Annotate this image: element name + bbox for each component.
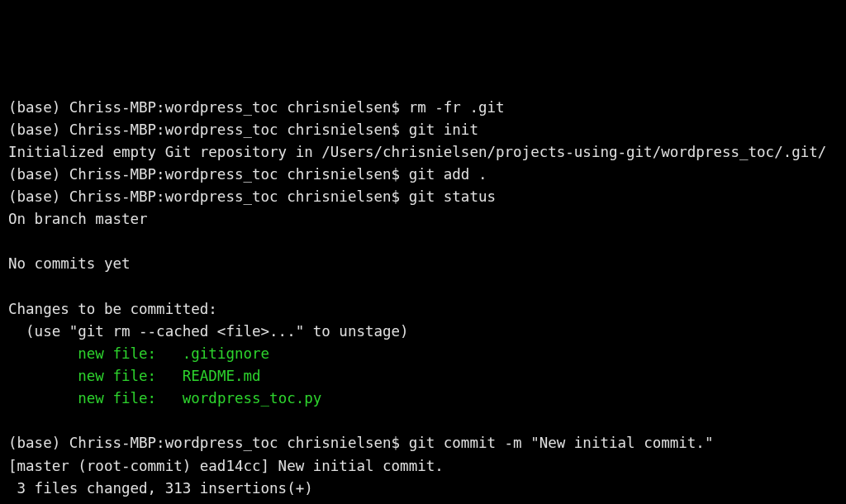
shell-prompt: (base) Chriss-MBP:wordpress_toc chrisnie…	[8, 121, 409, 138]
output-text: Initialized empty Git repository in /Use…	[8, 141, 838, 164]
staged-file-line: new file: wordpress_toc.py	[8, 388, 838, 410]
new-file-label: new file:	[78, 390, 182, 407]
staged-filename: README.md	[183, 368, 261, 384]
staged-filename: wordpress_toc.py	[183, 390, 322, 407]
command-text: git status	[409, 188, 496, 205]
terminal-line[interactable]: (base) Chriss-MBP:wordpress_toc chrisnie…	[8, 119, 838, 141]
output-text: No commits yet	[8, 253, 838, 275]
staged-file-line: new file: .gitignore	[8, 343, 838, 365]
output-text: Changes to be committed:	[8, 298, 838, 321]
shell-prompt: (base) Chriss-MBP:wordpress_toc chrisnie…	[8, 188, 409, 205]
shell-prompt: (base) Chriss-MBP:wordpress_toc chrisnie…	[8, 435, 409, 451]
terminal-line[interactable]: (base) Chriss-MBP:wordpress_toc chrisnie…	[8, 164, 838, 186]
terminal-line[interactable]: (base) Chriss-MBP:wordpress_toc chrisnie…	[8, 432, 838, 454]
command-text: git add .	[409, 166, 487, 183]
shell-prompt: (base) Chriss-MBP:wordpress_toc chrisnie…	[8, 99, 409, 116]
staged-file-line: new file: README.md	[8, 365, 838, 388]
output-text: On branch master	[8, 208, 838, 231]
terminal-line[interactable]: (base) Chriss-MBP:wordpress_toc chrisnie…	[8, 97, 838, 119]
new-file-label: new file:	[78, 345, 182, 362]
terminal-line[interactable]: (base) Chriss-MBP:wordpress_toc chrisnie…	[8, 186, 838, 208]
output-text: create mode 100644 .gitignore	[8, 500, 838, 504]
new-file-label: new file:	[78, 368, 182, 384]
output-text: [master (root-commit) ead14cc] New initi…	[8, 455, 838, 478]
output-text: (use "git rm --cached <file>..." to unst…	[8, 321, 838, 343]
staged-filename: .gitignore	[183, 345, 269, 362]
output-text: 3 files changed, 313 insertions(+)	[8, 478, 838, 500]
command-text: git commit -m "New initial commit."	[409, 435, 714, 451]
shell-prompt: (base) Chriss-MBP:wordpress_toc chrisnie…	[8, 166, 409, 183]
command-text: rm -fr .git	[409, 99, 505, 116]
command-text: git init	[409, 121, 478, 138]
